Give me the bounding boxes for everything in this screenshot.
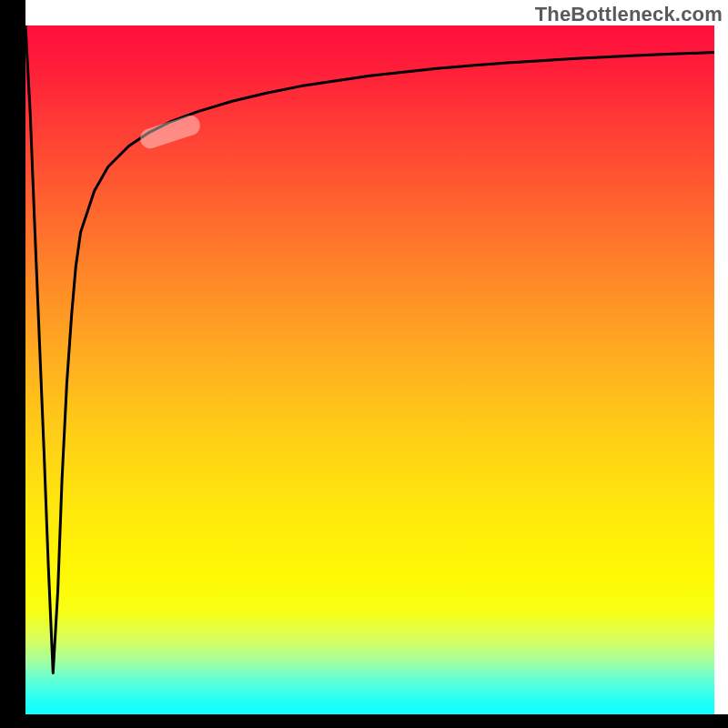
x-axis	[0, 714, 728, 728]
plot-area	[25, 25, 714, 714]
chart-container: TheBottleneck.com	[0, 0, 728, 728]
curve-svg	[25, 25, 714, 714]
watermark-text: TheBottleneck.com	[535, 3, 723, 26]
bottleneck-curve	[25, 25, 714, 673]
y-axis	[0, 0, 25, 728]
